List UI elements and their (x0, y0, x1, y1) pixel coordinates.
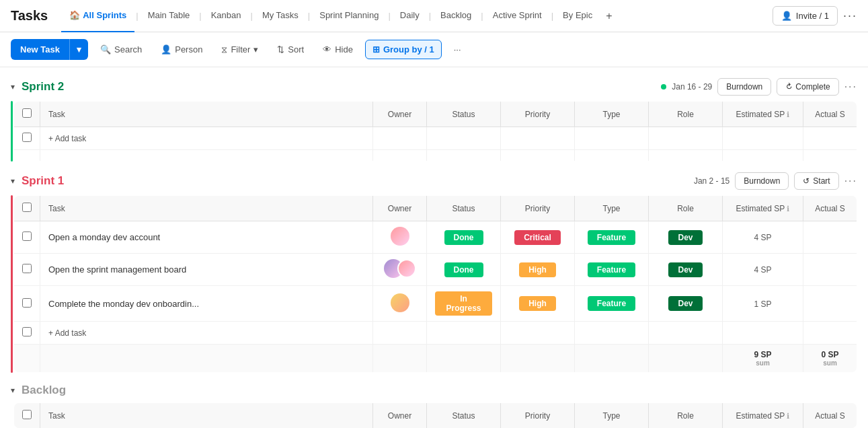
sprint2-toggle[interactable]: ▾ (11, 82, 15, 92)
sprint1-col-type: Type (575, 196, 649, 221)
table-row: Open the sprint management board ⊕ Done (14, 254, 857, 286)
row2-type[interactable]: Feature (588, 262, 635, 277)
sprint1-sum-label-estimated: sum (731, 359, 795, 367)
sprint2-col-role: Role (649, 102, 723, 127)
start-icon: ↺ (803, 176, 810, 186)
row3-role[interactable]: Dev (668, 296, 702, 311)
row3-check[interactable] (22, 298, 32, 308)
invite-button[interactable]: 👤 Invite / 1 (773, 6, 838, 26)
sprint1-burndown-button[interactable]: Burndown (735, 172, 789, 190)
add-tab-button[interactable]: + (600, 10, 617, 22)
nav-tabs: 🏠All Sprints | Main Table | Kanban | My … (61, 0, 617, 32)
sprint1-table: Task Owner Status Priority Type Role Est… (13, 195, 857, 373)
row2-task-name: Open the sprint management board (48, 264, 186, 275)
new-task-button[interactable]: New Task ▾ (11, 39, 88, 60)
sprint2-meta: Jan 16 - 29 Burndown ↻ Complete ··· (661, 78, 857, 96)
row1-type[interactable]: Feature (588, 230, 635, 245)
sprint1-sum-estimated: 9 SP (754, 350, 771, 359)
nav-tab-all-sprints[interactable]: 🏠All Sprints (61, 0, 134, 32)
sprint1-title: Sprint 1 (22, 174, 64, 188)
sprint1-row-check-add[interactable] (22, 327, 32, 336)
nav-tab-by-epic[interactable]: By Epic (555, 0, 600, 32)
row2-priority[interactable]: High (519, 262, 556, 277)
row1-status[interactable]: Done (444, 230, 483, 245)
sprint1-sum-label-actual: sum (812, 359, 849, 367)
row1-avatar (391, 227, 409, 246)
sprint1-add-task-button[interactable]: + Add task (48, 328, 364, 338)
backlog-section: ▾ Backlog Task Owner Status Priority Typ… (11, 384, 857, 428)
sprint1-header-row: Task Owner Status Priority Type Role Est… (14, 196, 857, 221)
sprint1-meta: Jan 2 - 15 Burndown ↺ Start ··· (694, 172, 857, 190)
row3-estimated-sp: 1 SP (754, 299, 771, 309)
row1-priority[interactable]: Critical (514, 230, 561, 245)
sprint1-more-button[interactable]: ··· (844, 175, 857, 187)
new-task-dropdown-arrow[interactable]: ▾ (69, 39, 88, 60)
sprint1-select-all[interactable] (22, 203, 32, 212)
row2-role[interactable]: Dev (668, 262, 702, 277)
sprint2-select-all[interactable] (22, 108, 32, 118)
backlog-toggle[interactable]: ▾ (11, 386, 15, 395)
backlog-col-priority: Priority (501, 403, 575, 429)
sprint1-col-role: Role (649, 196, 723, 221)
group-by-button[interactable]: ⊞ Group by / 1 (365, 40, 442, 59)
nav-tab-kanban[interactable]: Kanban (203, 0, 249, 32)
hide-button[interactable]: 👁 Hide (316, 40, 360, 59)
search-button[interactable]: 🔍 Search (93, 40, 149, 59)
filter-dropdown-icon: ▾ (253, 44, 258, 55)
nav-tab-backlog[interactable]: Backlog (432, 0, 479, 32)
row3-type[interactable]: Feature (588, 296, 635, 311)
row3-task-name: Complete the monday dev onboardin... (48, 299, 199, 309)
sprint1-add-task-row: + Add task (14, 322, 857, 345)
backlog-header-row: Task Owner Status Priority Type Role Est… (14, 403, 857, 429)
sprint2-section: ▾ Sprint 2 Jan 16 - 29 Burndown ↻ Comple… (11, 78, 857, 162)
row2-status[interactable]: Done (444, 262, 483, 277)
row1-role[interactable]: Dev (668, 230, 702, 245)
nav-tab-daily[interactable]: Daily (392, 0, 428, 32)
sprint2-burndown-button[interactable]: Burndown (717, 78, 771, 96)
sprint2-dates: Jan 16 - 29 (672, 82, 712, 92)
row2-estimated-sp: 4 SP (754, 265, 771, 275)
refresh-icon: ↻ (783, 81, 795, 93)
sprint2-more-button[interactable]: ··· (844, 81, 857, 93)
top-right-actions: 👤 Invite / 1 ··· (773, 6, 857, 26)
sprint2-header-row: Task Owner Status Priority Type Role Est… (14, 102, 857, 127)
row1-check[interactable] (22, 231, 32, 241)
person-button[interactable]: 👤 Person (154, 40, 209, 59)
toolbar-more-button[interactable]: ··· (447, 40, 468, 59)
table-row: Open a monday dev account ⊕ Done Critica… (14, 221, 857, 254)
backlog-col-actual: Actual S (803, 403, 857, 429)
nav-tab-active-sprint[interactable]: Active Sprint (485, 0, 550, 32)
nav-tab-sprint-planning[interactable]: Sprint Planning (311, 0, 387, 32)
sprint1-section: ▾ Sprint 1 Jan 2 - 15 Burndown ↺ Start ·… (11, 172, 857, 373)
sprint2-col-priority: Priority (501, 102, 575, 127)
sprint2-table-wrapper: Task Owner Status Priority Type Role Est… (11, 101, 857, 162)
sprint1-toggle[interactable]: ▾ (11, 176, 15, 186)
sprint2-col-type: Type (575, 102, 649, 127)
nav-tab-main-table[interactable]: Main Table (140, 0, 198, 32)
sprint2-col-actual: Actual S (803, 102, 857, 127)
sprint2-col-owner: Owner (373, 102, 427, 127)
sprint2-complete-button[interactable]: ↻ Complete (777, 78, 838, 96)
row3-status[interactable]: In Progress (435, 291, 492, 316)
backlog-col-type: Type (575, 403, 649, 429)
backlog-col-owner: Owner (373, 403, 427, 429)
sprint2-col-check (14, 102, 40, 127)
sprint1-left-accent (11, 195, 13, 373)
backlog-col-task: Task (40, 403, 373, 429)
sprint2-status-dot (661, 84, 666, 90)
sprint2-add-task-button[interactable]: + Add task (48, 134, 364, 143)
sort-icon: ⇅ (277, 44, 284, 55)
row3-priority[interactable]: High (519, 296, 556, 311)
row2-check[interactable] (22, 264, 32, 273)
nav-tab-my-tasks[interactable]: My Tasks (254, 0, 307, 32)
backlog-select-all[interactable] (22, 410, 32, 419)
sprint1-dates: Jan 2 - 15 (694, 176, 729, 186)
sprint2-row-check[interactable] (22, 133, 32, 142)
group-by-icon: ⊞ (372, 44, 380, 55)
sort-button[interactable]: ⇅ Sort (270, 40, 311, 59)
row1-estimated-sp: 4 SP (754, 233, 771, 242)
filter-button[interactable]: ⧖ Filter ▾ (214, 40, 265, 59)
header-more-button[interactable]: ··· (843, 9, 857, 23)
sprint1-sum-row: 9 SP sum 0 SP sum (14, 345, 857, 373)
sprint1-start-button[interactable]: ↺ Start (794, 172, 838, 190)
